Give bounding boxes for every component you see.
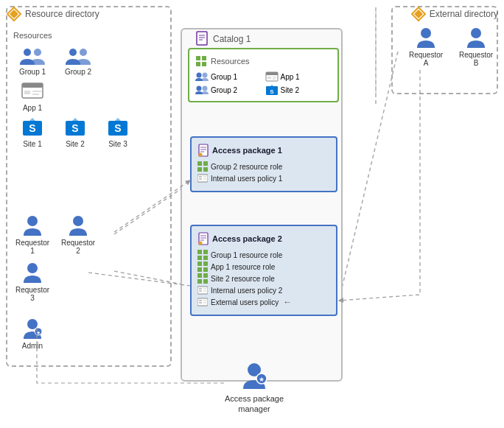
site2-label: Site 2 — [66, 140, 85, 148]
requestorA-label: Requestor A — [407, 51, 445, 67]
svg-rect-82 — [203, 279, 208, 284]
group1-label: Group 1 — [19, 68, 46, 76]
resources-title: Resources — [13, 31, 168, 40]
svg-rect-74 — [203, 256, 208, 260]
ap1-grid-icon — [197, 161, 208, 172]
requestor3-item: Requestor 3 — [13, 261, 52, 302]
catalog-group2-icon — [195, 85, 209, 95]
catalog-app1: App 1 — [265, 71, 332, 82]
svg-rect-16 — [32, 94, 39, 95]
svg-point-56 — [199, 153, 203, 157]
svg-rect-15 — [32, 91, 41, 92]
external-directory-icon — [410, 6, 427, 22]
catalog-resources-header: Resources — [195, 55, 332, 67]
svg-rect-60 — [203, 167, 208, 172]
svg-text:S: S — [114, 122, 121, 134]
ap2-grid1-icon — [197, 250, 208, 260]
admin-item: ★ Admin — [13, 317, 52, 350]
svg-point-8 — [24, 49, 31, 56]
svg-point-26 — [27, 216, 38, 226]
svg-rect-14 — [24, 91, 30, 94]
resources-grid-icon — [195, 55, 207, 67]
svg-rect-57 — [197, 161, 202, 166]
ap2-site2-role: Site 2 resource role — [197, 273, 330, 284]
svg-rect-80 — [203, 273, 208, 278]
svg-point-29 — [27, 319, 38, 329]
ap2-grid2-icon — [197, 262, 208, 272]
resource-directory-label: Resource directory — [6, 6, 99, 22]
catalog-site2-icon: S — [265, 85, 279, 95]
ap1-resource-role-label: Group 2 resource role — [211, 163, 282, 171]
svg-rect-73 — [197, 256, 202, 260]
ap1-policy-icon — [197, 173, 208, 183]
svg-point-11 — [80, 49, 87, 56]
site3-label: Site 3 — [108, 140, 127, 148]
ap2-policy1-icon — [197, 285, 208, 295]
svg-point-9 — [34, 49, 41, 56]
site1-icon: S — [21, 118, 43, 138]
svg-rect-43 — [266, 72, 278, 75]
requestorA-item: Requestor A — [407, 26, 445, 67]
svg-rect-83 — [197, 287, 208, 294]
catalog-resources-title: Resources — [211, 57, 250, 66]
requestor1-label: Requestor 1 — [13, 239, 52, 255]
svg-point-28 — [27, 263, 38, 273]
resource-directory-icon — [6, 6, 22, 22]
catalog-title: Catalog 1 — [213, 34, 251, 44]
svg-marker-22 — [70, 118, 80, 123]
site3-icon: S — [107, 118, 129, 138]
access-manager-label: Access packagemanager — [225, 393, 284, 415]
svg-text:S: S — [270, 88, 274, 95]
site2-icon: S — [64, 118, 86, 138]
svg-rect-59 — [197, 167, 202, 172]
external-directory-label: External directory — [410, 6, 498, 22]
ap2-grid3-icon — [197, 273, 208, 284]
requestor1-icon — [22, 214, 43, 237]
svg-text:S: S — [29, 122, 35, 134]
svg-rect-71 — [197, 250, 202, 254]
requestor3-icon — [22, 261, 43, 284]
ap2-policy2-icon — [197, 297, 208, 307]
svg-point-48 — [203, 86, 208, 91]
group2-icon — [66, 46, 91, 66]
ap1-policy: Internal users policy 1 — [197, 173, 330, 183]
ap1-title: Access package 1 — [212, 146, 282, 155]
requestor3-label: Requestor 3 — [13, 286, 52, 302]
svg-point-10 — [69, 49, 77, 56]
admin-icon: ★ — [22, 317, 43, 340]
svg-text:S: S — [71, 122, 78, 134]
ap1-doc-icon — [197, 144, 209, 157]
svg-point-93 — [421, 28, 431, 38]
app1-item: App 1 — [13, 82, 52, 112]
site3-item: S Site 3 — [99, 118, 137, 148]
svg-rect-88 — [197, 298, 208, 306]
ap2-app1-role-label: App 1 resource role — [211, 263, 275, 271]
resources-section: Resources Group 1 Group 2 — [13, 31, 168, 154]
ap2-doc-icon — [197, 232, 209, 245]
ap1-resource-role: Group 2 resource role — [197, 161, 330, 172]
svg-rect-32 — [197, 32, 207, 45]
catalog-icon — [195, 31, 209, 47]
external-directory-title: External directory — [430, 9, 498, 19]
svg-rect-58 — [203, 161, 208, 166]
requestorB-label: Requestor B — [457, 51, 495, 67]
svg-point-47 — [197, 86, 202, 91]
catalog-label: Catalog 1 — [192, 31, 253, 47]
ap2-header: Access package 2 — [197, 232, 330, 245]
svg-point-70 — [199, 242, 203, 245]
catalog-app1-icon — [265, 71, 279, 82]
svg-point-40 — [197, 73, 202, 78]
svg-rect-81 — [197, 279, 202, 284]
svg-rect-37 — [202, 56, 206, 60]
ap1-policy-label: Internal users policy 1 — [211, 175, 282, 183]
app1-label: App 1 — [23, 104, 42, 112]
catalog-group1: Group 1 — [195, 71, 262, 82]
admin-label: Admin — [22, 342, 43, 350]
ap2-external-policy-label: External users policy — [211, 298, 279, 306]
svg-rect-78 — [203, 267, 208, 272]
requestor2-icon — [68, 214, 88, 237]
requestorB-item: Requestor B — [457, 26, 495, 67]
svg-point-27 — [73, 216, 83, 226]
access-manager: ★ Access packagemanager — [225, 361, 284, 415]
requestor1-item: Requestor 1 — [13, 214, 52, 255]
